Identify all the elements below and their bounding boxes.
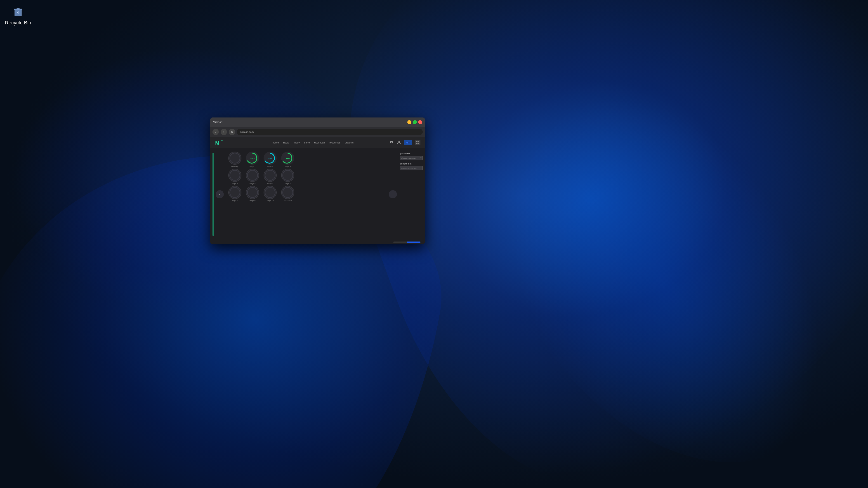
knob-stage4[interactable]: stage 4 [227,169,243,185]
knob-stage7-circle [281,169,294,182]
minimize-button[interactable] [407,120,411,124]
recycle-bin-icon[interactable]: ♻ Recycle Bin [4,4,32,26]
svg-point-11 [408,142,410,143]
refresh-icon: ↻ [230,130,233,134]
svg-point-18 [265,153,275,163]
compare-select-text: choose comparison [401,167,417,169]
knob-stage3-label: stage 3 [285,165,291,167]
svg-point-7 [392,143,393,144]
parameter-select-text: choose parameter [401,157,416,159]
site-nav: home news moov store download resources … [237,141,389,144]
logo-svg: M [215,139,224,146]
knob-cooldown-label: cool-down [284,200,292,202]
close-button[interactable] [418,120,422,124]
knob-stage4-circle [228,169,241,182]
knob-stage10[interactable]: stage 10 [262,186,278,202]
svg-text:M: M [215,140,219,146]
svg-point-16 [230,153,240,163]
site-header: M home news moov store download resource… [210,137,425,148]
knobs-container: warm-up 3000 [225,151,388,238]
forward-button[interactable]: › [221,129,227,135]
knob-stage3[interactable]: 4400 stage 3 [280,152,296,167]
maximize-button[interactable] [413,120,417,124]
svg-point-21 [248,170,258,181]
header-blue-button[interactable] [404,140,412,145]
parameter-label: parameter: [400,152,423,155]
compare-select[interactable]: choose comparison ▾ [400,166,423,170]
knob-stage9[interactable]: stage 9 [245,186,260,202]
nav-resources[interactable]: resources [329,141,340,144]
knob-stage5-circle [246,169,259,182]
knob-stage1-circle: 3000 [246,152,259,165]
knob-stage2-label: stage 2 [267,165,273,167]
scrollbar-track[interactable] [393,241,421,243]
window-controls [407,120,422,124]
nav-home[interactable]: home [273,141,279,144]
recycle-bin-label: Recycle Bin [5,20,31,26]
cart-icon[interactable] [389,140,394,145]
knob-stage1[interactable]: 3000 stage 1 [245,152,260,167]
svg-point-22 [265,170,275,181]
knob-stage5-label: stage 5 [250,183,255,185]
svg-rect-2 [17,8,20,9]
browser-window: Miilroad ‹ › ↻ miilroad.com [210,118,425,244]
left-arrow-icon: ‹ [219,192,220,196]
site-header-actions [389,140,421,145]
knob-stage8[interactable]: stage 8 [227,186,243,202]
svg-point-17 [248,153,258,163]
svg-point-24 [230,188,240,198]
forward-icon: › [223,130,224,134]
title-bar-text: Miilroad [213,121,405,124]
knob-stage8-label: stage 8 [232,200,238,202]
parameter-select[interactable]: choose parameter ▾ [400,156,423,160]
scrollbar-thumb[interactable] [407,241,421,243]
knob-stage3-circle: 4400 [281,152,294,165]
svg-point-10 [406,142,408,143]
site-logo[interactable]: M [215,139,224,146]
right-nav-arrow[interactable]: › [389,190,397,198]
nav-projects[interactable]: projects [345,141,354,144]
parameter-panel: parameter: choose parameter ▾ compare to… [398,151,425,238]
refresh-button[interactable]: ↻ [229,129,235,135]
svg-point-23 [283,170,293,181]
svg-rect-14 [416,143,417,144]
knob-stage7[interactable]: stage 7 [280,169,296,185]
nav-moov[interactable]: moov [293,141,300,144]
header-dots-button[interactable] [415,140,421,145]
knob-stage6-label: stage 6 [267,183,273,185]
title-bar: Miilroad [210,118,425,127]
knob-stage5[interactable]: stage 5 [245,169,260,185]
compare-label: compare to: [400,162,423,165]
knob-cooldown[interactable]: cool-down [280,186,296,202]
knob-stage10-circle [264,186,277,199]
site-content: M home news moov store download resource… [210,137,425,244]
svg-text:♻: ♻ [17,11,20,14]
knob-stage6[interactable]: stage 6 [262,169,278,185]
knob-stage7-label: stage 7 [285,183,291,185]
knob-warmup-circle [228,152,241,165]
knob-stage2[interactable]: 3300 stage 2 [262,152,278,167]
left-nav-arrow[interactable]: ‹ [216,190,224,198]
back-icon: ‹ [215,130,216,134]
svg-point-20 [230,170,240,181]
user-icon[interactable] [397,140,401,145]
nav-store[interactable]: store [304,141,310,144]
nav-download[interactable]: download [314,141,325,144]
back-button[interactable]: ‹ [213,129,219,135]
svg-point-8 [398,141,400,142]
parameter-dropdown-icon: ▾ [421,157,422,159]
knob-warmup[interactable]: warm-up [227,152,243,167]
knob-stage9-circle [246,186,259,199]
nav-news[interactable]: news [283,141,289,144]
svg-point-26 [265,188,275,198]
address-text: miilroad.com [240,131,254,133]
knob-stage9-label: stage 9 [250,200,255,202]
address-bar[interactable]: miilroad.com [237,129,423,135]
svg-point-25 [248,188,258,198]
recycle-bin-image: ♻ [11,4,25,19]
knob-stage6-circle [264,169,277,182]
knobs-row-1: warm-up 3000 [227,152,385,167]
knob-stage4-label: stage 4 [232,183,238,185]
knobs-row-3: stage 8 stage 9 [227,186,385,202]
compare-dropdown-icon: ▾ [421,167,422,169]
